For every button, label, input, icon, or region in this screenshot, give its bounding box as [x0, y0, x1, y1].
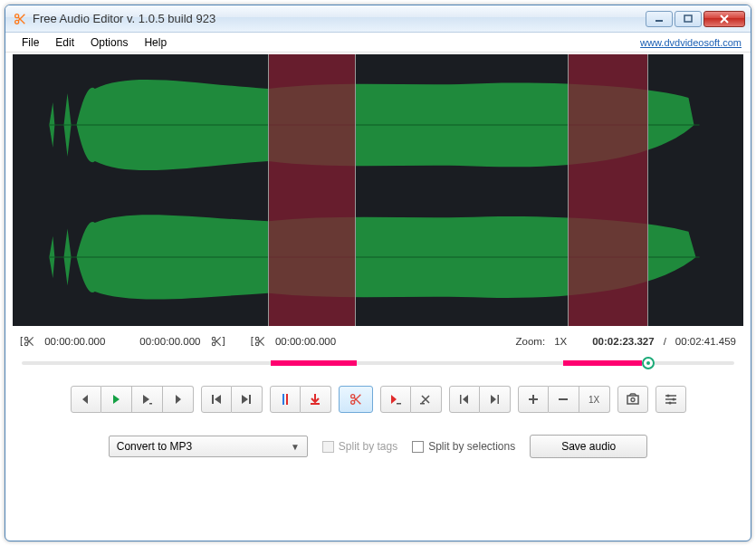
export-row: Convert to MP3 ▼ Split by tags Split by …	[5, 429, 751, 474]
go-sel-end-button[interactable]	[480, 386, 511, 413]
waveform-area[interactable]	[13, 54, 743, 326]
waveform-channel-right	[13, 199, 743, 326]
zoom-reset-label: 1X	[589, 395, 599, 405]
scrubber-selection-2	[563, 360, 642, 366]
waveform-channel-left	[13, 62, 743, 188]
split-by-tags-label: Split by tags	[339, 440, 397, 453]
skip-start-button[interactable]	[201, 386, 232, 413]
svg-rect-13	[498, 395, 500, 404]
svg-rect-5	[212, 395, 214, 404]
output-format-combo[interactable]: Convert to MP3 ▼	[109, 436, 308, 457]
sel-close-icon: ]	[210, 335, 225, 348]
chevron-down-icon: ▼	[291, 442, 300, 452]
window-title: Free Audio Editor v. 1.0.5 build 923	[33, 12, 640, 25]
svg-point-16	[666, 395, 669, 398]
seek-back-button[interactable]	[71, 386, 101, 413]
sel-open-icon: [	[20, 335, 35, 348]
window-controls	[646, 11, 745, 27]
svg-rect-2	[656, 20, 663, 22]
play-to-mark-button[interactable]	[132, 386, 163, 413]
svg-rect-9	[311, 403, 320, 405]
snapshot-button[interactable]	[617, 386, 648, 413]
trim-start-button[interactable]	[380, 386, 411, 413]
app-window: Free Audio Editor v. 1.0.5 build 923 Fil…	[5, 5, 751, 541]
split-by-selections-label: Split by selections	[428, 440, 515, 453]
seek-forward-button[interactable]	[163, 386, 194, 413]
duration-time: 00:02:41.459	[675, 336, 736, 347]
svg-rect-3	[684, 15, 692, 22]
svg-rect-14	[627, 396, 638, 404]
timecode-row: [ 00:00:00.000 00:00:00.000 ] [ 00:00:00…	[5, 326, 751, 353]
save-audio-label: Save audio	[561, 440, 616, 453]
menu-edit[interactable]: Edit	[48, 34, 81, 51]
drop-marker-button[interactable]	[301, 386, 331, 413]
cursor-time: 00:00:00.000	[275, 336, 336, 347]
titlebar: Free Audio Editor v. 1.0.5 build 923	[5, 5, 751, 33]
cursor-icon: [	[251, 335, 266, 348]
menubar: File Edit Options Help www.dvdvideosoft.…	[5, 33, 751, 53]
svg-rect-8	[286, 394, 288, 405]
scrubber-thumb[interactable]	[642, 357, 655, 369]
play-button[interactable]	[101, 386, 132, 413]
close-button[interactable]	[703, 11, 745, 27]
go-sel-start-button[interactable]	[449, 386, 480, 413]
output-format-value: Convert to MP3	[117, 440, 192, 453]
set-marker-button[interactable]	[270, 386, 301, 413]
svg-rect-6	[249, 395, 251, 404]
maximize-button[interactable]	[675, 11, 702, 27]
svg-point-18	[668, 402, 671, 405]
save-audio-button[interactable]: Save audio	[530, 435, 647, 458]
zoom-in-button[interactable]	[518, 386, 549, 413]
vendor-link[interactable]: www.dvdvideosoft.com	[640, 37, 742, 48]
sel-start-close-time: 00:00:00.000	[139, 336, 200, 347]
trim-end-button[interactable]	[411, 386, 442, 413]
menu-help[interactable]: Help	[137, 34, 174, 51]
settings-button[interactable]	[656, 386, 686, 413]
svg-rect-4	[149, 403, 152, 405]
skip-end-button[interactable]	[232, 386, 263, 413]
svg-point-15	[631, 398, 635, 402]
svg-rect-12	[460, 395, 462, 404]
position-time: 00:02:23.327	[592, 336, 654, 347]
svg-rect-7	[282, 394, 284, 405]
svg-rect-10	[397, 403, 401, 405]
time-separator: /	[664, 336, 666, 347]
split-by-tags-checkbox: Split by tags	[322, 440, 397, 453]
menu-file[interactable]: File	[14, 34, 46, 51]
sel-start-open-time: 00:00:00.000	[44, 336, 105, 347]
cut-selection-button[interactable]	[339, 386, 373, 413]
zoom-value: 1X	[554, 336, 567, 347]
zoom-out-button[interactable]	[549, 386, 579, 413]
scrubber-selection-1	[271, 360, 356, 366]
minimize-button[interactable]	[646, 11, 673, 27]
menu-options[interactable]: Options	[83, 34, 135, 51]
split-by-selections-checkbox[interactable]: Split by selections	[412, 440, 515, 453]
checkbox-icon	[412, 441, 424, 453]
toolbar: 1X	[5, 382, 751, 429]
zoom-reset-button[interactable]: 1X	[579, 386, 610, 413]
svg-point-17	[672, 398, 675, 401]
checkbox-icon	[322, 441, 334, 453]
zoom-label: Zoom:	[516, 336, 546, 347]
timeline-scrubber[interactable]	[22, 355, 734, 371]
app-icon	[13, 12, 27, 26]
